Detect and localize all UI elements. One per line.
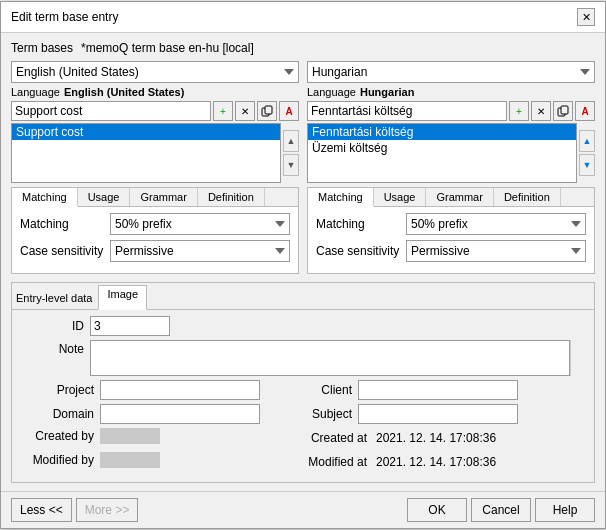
subject-input[interactable] — [358, 404, 518, 424]
modified-at-col: Modified at 2021. 12. 14. 17:08:36 — [303, 452, 586, 476]
svg-rect-1 — [265, 106, 272, 114]
subject-row: Subject — [303, 404, 586, 424]
left-translate-btn[interactable]: A — [279, 101, 299, 121]
created-by-row: Created by — [20, 428, 303, 444]
right-panel: Hungarian Language Hungarian + ✕ A — [307, 61, 595, 274]
left-tabs-content: Matching 50% prefix Case sensitivity Per… — [12, 207, 298, 273]
right-lang-name: Hungarian — [360, 86, 414, 98]
project-col: Project — [20, 380, 303, 404]
tab-left-grammar[interactable]: Grammar — [130, 188, 197, 206]
close-button[interactable]: ✕ — [577, 8, 595, 26]
right-down-btn[interactable]: ▼ — [579, 154, 595, 176]
tab-left-matching[interactable]: Matching — [12, 188, 78, 207]
right-tabs-section: Matching Usage Grammar Definition Matchi… — [307, 187, 595, 274]
created-row: Created by Created at 2021. 12. 14. 17:0… — [20, 428, 586, 452]
right-lang-label-row: Language Hungarian — [307, 86, 595, 98]
client-col: Client — [303, 380, 586, 404]
note-container — [90, 340, 586, 376]
note-row: Note — [20, 340, 586, 376]
note-label: Note — [20, 340, 90, 356]
help-button[interactable]: Help — [535, 498, 595, 522]
left-down-btn[interactable]: ▼ — [283, 154, 299, 176]
id-row: ID — [20, 316, 586, 336]
more-button[interactable]: More >> — [76, 498, 139, 522]
left-case-label: Case sensitivity — [20, 244, 110, 258]
project-client-row: Project Client — [20, 380, 586, 404]
tab-image[interactable]: Image — [98, 285, 147, 310]
created-by-col: Created by — [20, 428, 303, 452]
left-case-select[interactable]: Permissive — [110, 240, 290, 262]
tab-right-definition[interactable]: Definition — [494, 188, 561, 206]
bottom-left-buttons: Less << More >> — [11, 498, 138, 522]
bottom-right-buttons: OK Cancel Help — [407, 498, 595, 522]
right-translate-btn[interactable]: A — [575, 101, 595, 121]
left-list-box[interactable]: Support cost — [11, 123, 281, 183]
modified-by-col: Modified by — [20, 452, 303, 476]
less-button[interactable]: Less << — [11, 498, 72, 522]
right-term-input[interactable] — [307, 101, 507, 121]
left-lang-label-row: Language English (United States) — [11, 86, 299, 98]
right-list-arrows: ▲ ▼ — [579, 123, 595, 183]
left-copy-btn[interactable] — [257, 101, 277, 121]
left-tabs-header: Matching Usage Grammar Definition — [12, 188, 298, 207]
edit-term-base-dialog: Edit term base entry ✕ Term bases *memoQ… — [0, 1, 606, 529]
id-label: ID — [20, 319, 90, 333]
entry-content: ID Note Project — [12, 310, 594, 482]
entry-tabs-header: Entry-level data Image — [12, 283, 594, 310]
left-add-btn[interactable]: + — [213, 101, 233, 121]
left-term-input[interactable] — [11, 101, 211, 121]
tab-left-usage[interactable]: Usage — [78, 188, 131, 206]
left-language-dropdown[interactable]: English (United States) — [11, 61, 299, 83]
list-item[interactable]: Üzemi költség — [308, 140, 576, 156]
right-tabs-content: Matching 50% prefix Case sensitivity Per… — [308, 207, 594, 273]
modified-by-label: Modified by — [20, 453, 100, 467]
right-case-row: Case sensitivity Permissive — [316, 240, 586, 262]
tab-right-grammar[interactable]: Grammar — [426, 188, 493, 206]
right-list-box[interactable]: Fenntartási költség Üzemi költség — [307, 123, 577, 183]
right-term-input-row: + ✕ A — [307, 101, 595, 121]
tab-right-matching[interactable]: Matching — [308, 188, 374, 207]
right-case-label: Case sensitivity — [316, 244, 406, 258]
left-matching-row: Matching 50% prefix — [20, 213, 290, 235]
list-item[interactable]: Fenntartási költség — [308, 124, 576, 140]
right-up-btn[interactable]: ▲ — [579, 130, 595, 152]
created-by-label: Created by — [20, 429, 100, 443]
term-bases-row: Term bases *memoQ term base en-hu [local… — [11, 41, 595, 55]
left-matching-select[interactable]: 50% prefix — [110, 213, 290, 235]
title-bar: Edit term base entry ✕ — [1, 2, 605, 33]
right-matching-select[interactable]: 50% prefix — [406, 213, 586, 235]
project-label: Project — [20, 383, 100, 397]
left-term-input-row: + ✕ A — [11, 101, 299, 121]
modified-at-row: Modified at 2021. 12. 14. 17:08:36 — [303, 452, 586, 472]
list-item[interactable]: Support cost — [12, 124, 280, 140]
note-scrollbar — [570, 340, 586, 376]
cancel-button[interactable]: Cancel — [471, 498, 531, 522]
id-input[interactable] — [90, 316, 170, 336]
tab-left-definition[interactable]: Definition — [198, 188, 265, 206]
right-language-dropdown[interactable]: Hungarian — [307, 61, 595, 83]
tab-right-usage[interactable]: Usage — [374, 188, 427, 206]
left-delete-btn[interactable]: ✕ — [235, 101, 255, 121]
project-input[interactable] — [100, 380, 260, 400]
right-add-btn[interactable]: + — [509, 101, 529, 121]
left-matching-label: Matching — [20, 217, 110, 231]
svg-rect-3 — [561, 106, 568, 114]
left-lang-label: Language — [11, 86, 60, 98]
ok-button[interactable]: OK — [407, 498, 467, 522]
note-textarea[interactable] — [90, 340, 570, 376]
right-copy-btn[interactable] — [553, 101, 573, 121]
subject-label: Subject — [303, 407, 358, 421]
left-up-btn[interactable]: ▲ — [283, 130, 299, 152]
left-panel: English (United States) Language English… — [11, 61, 299, 274]
client-label: Client — [303, 383, 358, 397]
subject-col: Subject — [303, 404, 586, 428]
right-case-select[interactable]: Permissive — [406, 240, 586, 262]
domain-subject-row: Domain Subject — [20, 404, 586, 428]
left-tabs-section: Matching Usage Grammar Definition Matchi… — [11, 187, 299, 274]
client-input[interactable] — [358, 380, 518, 400]
term-bases-value: *memoQ term base en-hu [local] — [81, 41, 254, 55]
entry-section: Entry-level data Image ID Note — [11, 282, 595, 483]
domain-input[interactable] — [100, 404, 260, 424]
two-column-layout: English (United States) Language English… — [11, 61, 595, 274]
right-delete-btn[interactable]: ✕ — [531, 101, 551, 121]
